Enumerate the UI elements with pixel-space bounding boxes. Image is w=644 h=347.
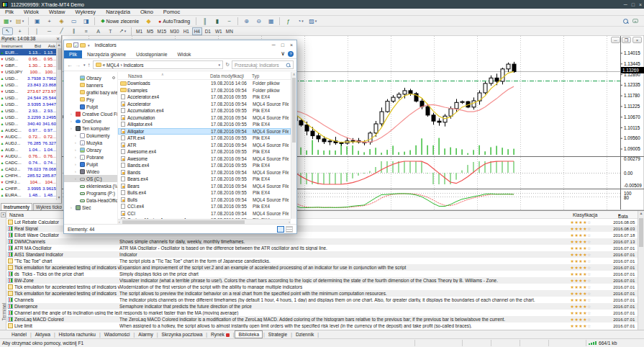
quick-access-newfolder-icon[interactable] (80, 43, 86, 48)
market-row[interactable]: ▲USD...24.54425.544 (0, 94, 56, 101)
chevron-icon[interactable]: › (71, 119, 74, 123)
header-type[interactable]: Typ (252, 73, 288, 78)
market-row[interactable]: ▼USDJPY100...100... (0, 68, 56, 75)
dropdown-icon[interactable]: ▾ (10, 19, 12, 23)
file-row[interactable]: Alligator17.08.2016 09:54MQL4 Source Fil… (118, 128, 291, 135)
file-row[interactable]: Bulls.ex417.08.2016 09:55Plik EX4 (118, 189, 291, 197)
market-row[interactable]: ▲USD...3.93953.9447 (0, 101, 56, 107)
market-watch-close-icon[interactable]: ✕ (56, 36, 60, 41)
codebase-row[interactable]: DivergenceSemaphore indicator that predi… (6, 303, 638, 310)
menu-plik[interactable]: Plik (0, 9, 19, 15)
market-row[interactable]: ▼CHFJ...104...104... (0, 179, 56, 185)
breadcrumb[interactable]: « MQL4 › Indicators (103, 63, 144, 68)
dropdown-icon[interactable]: ▾ (22, 19, 24, 23)
back-icon[interactable]: ← (67, 62, 73, 68)
history-dropdown-icon[interactable]: ▾ (83, 63, 86, 67)
file-row[interactable]: Bears17.08.2016 09:54MQL4 Source File (118, 183, 291, 190)
market-row[interactable]: ▲EURA...1.48...1.48... (0, 191, 56, 198)
file-row[interactable]: Bears.ex417.08.2016 09:55Plik EX4 (118, 176, 291, 183)
file-row[interactable]: CCI17.08.2016 09:54MQL4 Source File (118, 210, 291, 217)
sidebar-item-obrazy[interactable]: Obrazy (64, 74, 117, 81)
address-dropdown-icon[interactable]: ▾ (219, 63, 221, 67)
header-name[interactable]: Nazwa∧ (118, 73, 210, 78)
sidebar-item-pulpit[interactable]: Pulpit (64, 103, 117, 110)
codebase-row[interactable]: ds_Ticks - Ticks on the price chartSimpl… (6, 271, 638, 277)
codebase-row[interactable]: "Tic Tac Toe" chartThe script plots a "T… (6, 258, 638, 264)
file-row[interactable]: ATR17.08.2016 09:54MQL4 Source File (118, 142, 291, 149)
sidebar-item-pobrane[interactable]: ›↓Pobrane (64, 153, 117, 161)
timeframe-w1[interactable]: W1 (214, 27, 224, 35)
sidebar-item-dokumenty[interactable]: ›Dokumenty (64, 132, 117, 139)
market-row[interactable]: ▲CADC...0.74...0.74... (0, 159, 56, 166)
chevron-icon[interactable]: › (71, 112, 74, 116)
objects-list-button[interactable]: ◈ (56, 17, 67, 26)
codebase-row[interactable]: Tick emulation for accelerated testing o… (6, 264, 638, 271)
fibonacci-tool-button[interactable]: ≡ (81, 27, 91, 35)
tab-historia-rachunku[interactable]: Historia rachunku (56, 331, 99, 338)
timeframe-m15[interactable]: M15 (156, 27, 168, 35)
chevron-icon[interactable]: › (75, 169, 78, 174)
sidebar-item-data-headoffice[interactable]: Data-HeadOffice (64, 197, 117, 204)
market-row[interactable]: ▲AUD...1.04...1.04... (0, 146, 56, 153)
quick-access-dropdown-icon[interactable]: ▾ (88, 43, 90, 48)
codebase-row[interactable]: Tick emulation for accelerated testing o… (6, 290, 638, 297)
autotrading-button[interactable]: ●AutoTrading (155, 17, 193, 26)
trendline-tool-button[interactable]: ╱ (56, 27, 67, 35)
sidebar-item-banners[interactable]: banners (64, 81, 117, 89)
candlestick-mode-button[interactable]: ▮ (212, 17, 222, 26)
sidebar-item-os-c-[interactable]: ›OS (C:) (64, 175, 117, 182)
timeframe-m5[interactable]: M5 (145, 27, 155, 35)
sidebar-item-programs-p-[interactable]: Programs (P:) (64, 189, 117, 197)
menu-wstaw[interactable]: Wstaw (44, 9, 71, 15)
market-row[interactable]: ▼AUDC...0.72...0.72... (0, 133, 56, 140)
dropdown-icon[interactable]: ▾ (124, 29, 127, 33)
quick-access-properties-icon[interactable]: ✓ (73, 42, 78, 48)
market-row[interactable]: ▲USD...340.40341.60 (0, 120, 56, 127)
maximize-button[interactable]: □ (632, 2, 635, 7)
market-row[interactable]: ▲CHFH...285.52285.87 (0, 172, 56, 179)
close-button[interactable]: × (639, 2, 642, 7)
file-row[interactable]: Accelerator.ex417.08.2016 09:55Plik EX4 (118, 94, 291, 101)
codebase-row[interactable]: AIS1 Standard IndicatorIndicator★★★★☆201… (6, 251, 638, 258)
equidistant-channel-tool-button[interactable]: ∥ (68, 27, 79, 35)
market-watch-scrollbar[interactable]: ▲ ▼ (56, 42, 61, 200)
chevron-icon[interactable]: › (75, 176, 78, 181)
tab-aktywa[interactable]: Aktywa (32, 331, 53, 338)
file-list-vscrollbar[interactable]: ∧ (291, 72, 296, 219)
market-row[interactable]: ▼USD...273.67273.97 (0, 88, 56, 94)
horizontal-line-tool-button[interactable]: ─ (44, 27, 55, 35)
ribbon-tab-udostpnianie[interactable]: Udostępnianie (131, 50, 172, 58)
up-icon[interactable]: ↑ (88, 62, 91, 68)
market-row[interactable]: ▼AUDU...0.76...0.76... (0, 153, 56, 159)
codebase-row[interactable]: ZeroLag MACD ColoredThe ZeroLag MACD Col… (6, 316, 638, 323)
cursor-tool-button[interactable]: ↖ (2, 27, 13, 35)
market-row[interactable]: ▲CADJ...78.02378.068 (0, 166, 56, 172)
new-chart-button[interactable]: ▦▾ (2, 17, 13, 26)
codebase-row[interactable]: Live limitWhen assigned to a hotkey, the… (6, 323, 638, 329)
search-input[interactable]: Przeszukaj: Indicators (232, 60, 294, 69)
sidebar-item-muzyka[interactable]: ›♪Muzyka (64, 139, 117, 146)
indicators-button[interactable]: ƒ (283, 17, 294, 26)
profiles-button[interactable]: ▤▾ (14, 17, 25, 26)
expert-advisors-button[interactable]: ◆ (143, 17, 154, 26)
file-row[interactable]: Alligator.ex417.08.2016 09:55Plik EX4 (118, 121, 291, 128)
arrange-windows-button[interactable]: ▦ (266, 17, 276, 26)
codebase-row[interactable]: Channel and the angle of its inclination… (6, 310, 638, 316)
help-icon[interactable]: ? (288, 51, 294, 57)
codebase-row[interactable]: ChannelsThe indicator plots channels on … (6, 297, 638, 303)
column-date[interactable]: Data ▾ (618, 212, 620, 218)
timeframe-m30[interactable]: M30 (168, 27, 181, 35)
tile-windows-button[interactable]: ▣ (32, 17, 42, 26)
file-row[interactable]: Awesome17.08.2016 09:54MQL4 Source File (118, 156, 291, 163)
codebase-row[interactable]: DWMChannelsShows simple channels for dai… (6, 238, 638, 245)
explorer-maximize-button[interactable]: □ (281, 42, 284, 48)
sidebar-item-pulpit[interactable]: ›Pulpit (64, 161, 117, 168)
market-row[interactable]: ▼GBP...1.30...1.30... (0, 62, 56, 68)
market-row[interactable]: ▲USD...23.84323.868 (0, 81, 56, 88)
tab-biblioteka[interactable]: Biblioteka (235, 330, 263, 338)
menu-pomoc[interactable]: Pomoc (158, 9, 185, 15)
tab-rynek[interactable]: Rynek (208, 331, 232, 338)
file-row[interactable]: Bands.ex417.08.2016 09:55Plik EX4 (118, 162, 291, 169)
chevron-icon[interactable]: › (75, 162, 78, 166)
sidebar-item-obrazy[interactable]: ›Obrazy (64, 146, 117, 153)
